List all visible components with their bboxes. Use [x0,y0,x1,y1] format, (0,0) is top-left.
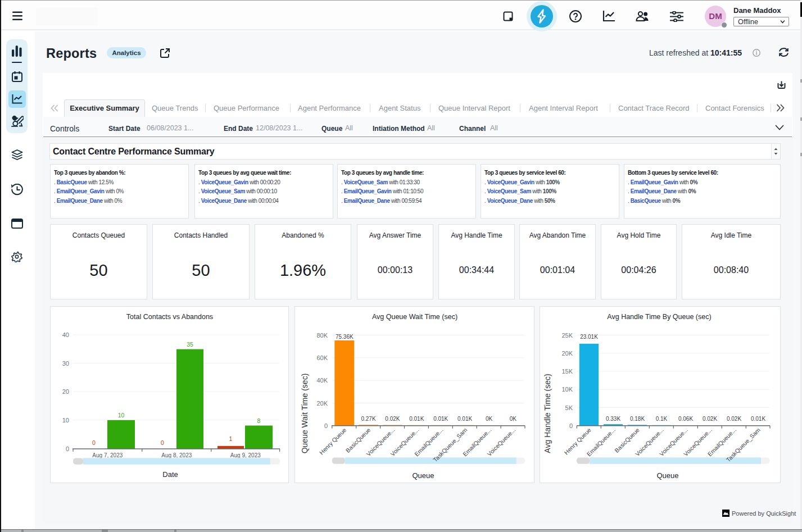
svg-text:0: 0 [92,439,96,446]
svg-text:25K: 25K [561,332,573,339]
svg-text:Aug 8, 2023: Aug 8, 2023 [161,452,192,458]
svg-text:Avg Queue Wait Time (sec): Avg Queue Wait Time (sec) [372,313,457,321]
svg-text:0.18K: 0.18K [630,416,645,422]
svg-text:30: 30 [62,360,69,367]
svg-text:40: 40 [62,331,69,338]
svg-text:Henry Queue: Henry Queue [318,426,348,456]
svg-text:8: 8 [257,417,261,424]
svg-text:0.02K: 0.02K [703,416,717,422]
svg-text:0K: 0K [486,416,493,422]
svg-text:Date: Date [162,470,178,479]
svg-text:15K: 15K [561,368,573,375]
svg-text:80K: 80K [316,332,328,339]
svg-text:0: 0 [161,439,164,446]
svg-text:35: 35 [187,341,193,348]
svg-text:23.01K: 23.01K [580,334,598,340]
svg-text:Avg Handle Time By Queue (sec): Avg Handle Time By Queue (sec) [607,313,711,321]
svg-text:0: 0 [66,445,69,452]
svg-text:10K: 10K [561,386,573,393]
svg-text:5K: 5K [565,404,573,411]
svg-text:10: 10 [118,412,125,419]
svg-text:10: 10 [62,417,69,424]
svg-text:20K: 20K [561,350,573,357]
svg-text:Total Contacts vs Abandons: Total Contacts vs Abandons [126,313,213,321]
svg-text:0.1K: 0.1K [656,416,668,422]
svg-text:20K: 20K [316,400,328,407]
svg-text:Queue: Queue [656,471,678,480]
svg-text:0K: 0K [510,416,517,422]
svg-text:Aug 7, 2023: Aug 7, 2023 [92,452,123,458]
svg-text:0.02K: 0.02K [727,416,741,422]
svg-text:0.27K: 0.27K [361,416,375,422]
svg-text:0.01K: 0.01K [433,416,448,422]
svg-text:0.01K: 0.01K [751,416,765,422]
svg-text:60K: 60K [316,354,328,361]
svg-text:0: 0 [324,422,328,429]
svg-text:40K: 40K [316,377,328,384]
svg-text:0.01K: 0.01K [409,416,424,422]
svg-text:75.36K: 75.36K [336,334,354,340]
svg-text:0.01K: 0.01K [457,416,472,422]
svg-text:Avg Handle Time (sec): Avg Handle Time (sec) [543,374,552,453]
svg-text:0.33K: 0.33K [606,416,620,422]
svg-text:1: 1 [229,435,233,442]
svg-text:0.06K: 0.06K [678,416,693,422]
svg-text:0: 0 [569,422,573,429]
svg-text:Queue: Queue [412,471,434,480]
svg-text:0.02K: 0.02K [385,416,400,422]
svg-text:Aug 9, 2023: Aug 9, 2023 [230,452,261,458]
svg-text:20: 20 [62,388,69,395]
svg-text:Queue Wait Time (sec): Queue Wait Time (sec) [300,374,309,454]
